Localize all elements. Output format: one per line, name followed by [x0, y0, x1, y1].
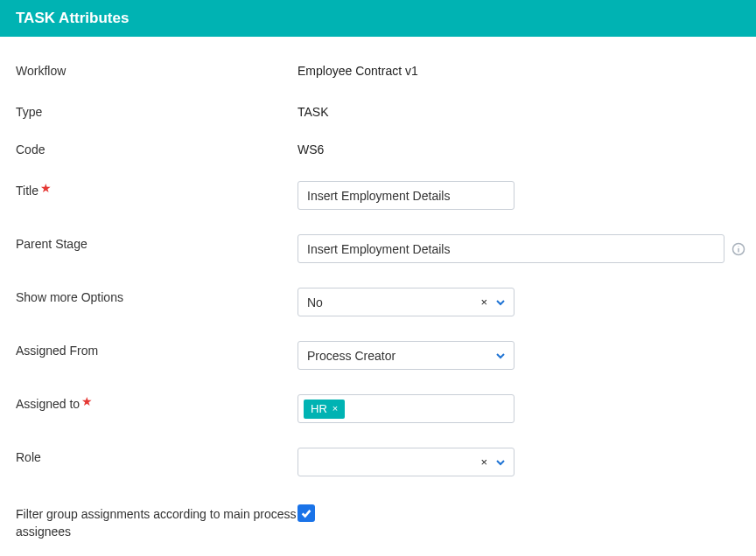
label-assigned-from: Assigned From: [16, 341, 298, 358]
svg-point-1: [738, 246, 738, 247]
parent-stage-field-wrap: [298, 234, 746, 263]
label-assigned-to: Assigned to ★: [16, 394, 298, 411]
info-icon[interactable]: [732, 242, 746, 256]
clear-icon[interactable]: ×: [479, 295, 489, 309]
panel-title: TASK Attributes: [16, 10, 129, 26]
row-type: Type TASK: [16, 102, 740, 119]
row-workflow: Workflow Employee Contract v1: [16, 61, 740, 78]
label-show-more-options: Show more Options: [16, 288, 298, 304]
tag-remove-icon[interactable]: ×: [332, 403, 338, 414]
tag-label: HR: [311, 402, 327, 415]
row-filter-group: Filter group assignments according to ma…: [16, 501, 740, 540]
role-select[interactable]: ×: [298, 448, 514, 476]
row-assigned-to: Assigned to ★ HR ×: [16, 394, 740, 423]
form-area: Workflow Employee Contract v1 Type TASK …: [0, 61, 756, 556]
parent-stage-input[interactable]: [298, 234, 724, 263]
chevron-down-icon: [494, 299, 507, 306]
title-field-wrap: [298, 181, 514, 210]
assigned-to-tag: HR ×: [304, 400, 345, 419]
show-more-options-select[interactable]: No ×: [298, 288, 514, 316]
label-role: Role: [16, 448, 298, 464]
panel-header: TASK Attributes: [0, 0, 756, 37]
title-input[interactable]: [298, 181, 514, 210]
row-assigned-from: Assigned From Process Creator: [16, 341, 740, 370]
row-title: Title ★: [16, 181, 740, 210]
row-parent-stage: Parent Stage: [16, 234, 740, 263]
row-role: Role ×: [16, 448, 740, 476]
label-workflow: Workflow: [16, 61, 298, 78]
value-type: TASK: [298, 102, 329, 119]
value-code: WS6: [298, 140, 324, 156]
chevron-down-icon: [494, 459, 507, 466]
row-code: Code WS6: [16, 140, 740, 156]
label-title: Title ★: [16, 181, 298, 198]
show-more-options-value: No: [307, 295, 479, 309]
chevron-down-icon: [494, 352, 507, 359]
filter-group-field-wrap: [298, 501, 315, 522]
required-star-icon: ★: [40, 181, 52, 195]
label-filter-group: Filter group assignments according to ma…: [16, 501, 298, 540]
label-type: Type: [16, 102, 298, 119]
assigned-to-input[interactable]: HR ×: [298, 394, 514, 423]
filter-group-checkbox[interactable]: [298, 504, 315, 522]
value-workflow: Employee Contract v1: [298, 61, 418, 78]
row-show-more-options: Show more Options No ×: [16, 288, 740, 316]
assigned-from-value: Process Creator: [307, 349, 494, 363]
assigned-from-select[interactable]: Process Creator: [298, 341, 514, 370]
required-star-icon: ★: [81, 394, 93, 408]
label-code: Code: [16, 140, 298, 156]
label-parent-stage: Parent Stage: [16, 234, 298, 251]
clear-icon[interactable]: ×: [479, 455, 489, 469]
